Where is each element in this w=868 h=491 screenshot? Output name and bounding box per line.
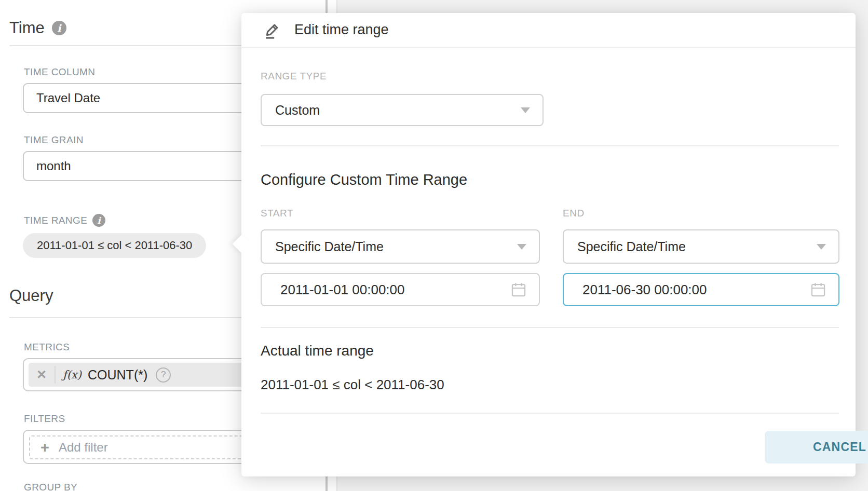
time-range-value: 2011-01-01 ≤ col < 2011-06-30	[37, 239, 192, 252]
time-range-label: TIME RANGE i	[24, 214, 105, 227]
time-grain-value: month	[36, 159, 71, 173]
time-range-label-text: TIME RANGE	[24, 215, 87, 226]
range-type-value: Custom	[275, 103, 320, 118]
range-type-label: RANGE TYPE	[261, 71, 327, 82]
time-range-pill[interactable]: 2011-01-01 ≤ col < 2011-06-30	[23, 233, 206, 258]
actual-time-range-heading: Actual time range	[261, 343, 374, 359]
metric-name: COUNT(*)	[88, 367, 147, 383]
modal-divider	[261, 327, 839, 328]
add-filter-label: Add filter	[59, 440, 108, 455]
modal-divider	[261, 145, 839, 146]
time-section-title: Time i	[9, 19, 66, 37]
metrics-label: METRICS	[24, 342, 70, 353]
start-mode-value: Specific Date/Time	[275, 239, 384, 254]
chevron-down-icon	[521, 107, 530, 113]
end-date-input[interactable]	[563, 273, 839, 306]
explore-page: Time i TIME COLUMN Travel Date TIME GRAI…	[0, 0, 868, 491]
end-label: END	[563, 208, 585, 219]
info-icon[interactable]: i	[92, 214, 105, 227]
edit-pencil-icon	[261, 19, 283, 41]
calendar-icon[interactable]	[809, 281, 827, 298]
info-icon[interactable]: i	[52, 21, 66, 35]
remove-metric-icon[interactable]: ✕	[29, 367, 55, 382]
start-mode-select[interactable]: Specific Date/Time	[261, 229, 540, 264]
time-section-label: Time	[9, 19, 45, 37]
cancel-button[interactable]: CANCEL	[765, 431, 868, 463]
popover-header: Edit time range	[241, 13, 856, 48]
group-by-label: GROUP BY	[24, 482, 77, 491]
end-mode-select[interactable]: Specific Date/Time	[563, 229, 839, 264]
metric-pill-divider	[55, 366, 56, 384]
question-mark-icon[interactable]: ?	[156, 367, 171, 383]
chevron-down-icon	[517, 244, 526, 250]
range-type-select[interactable]: Custom	[261, 94, 544, 126]
chevron-down-icon	[817, 244, 826, 250]
query-section-label: Query	[9, 287, 53, 305]
time-column-label: TIME COLUMN	[24, 66, 95, 78]
start-label: START	[261, 208, 293, 219]
function-icon: ƒ(x)	[63, 369, 82, 381]
filters-label: FILTERS	[24, 413, 65, 425]
popover-title: Edit time range	[294, 22, 389, 38]
configure-heading: Configure Custom Time Range	[261, 171, 467, 188]
calendar-icon[interactable]	[510, 281, 527, 298]
end-mode-value: Specific Date/Time	[577, 239, 686, 254]
time-column-value: Travel Date	[36, 91, 100, 105]
start-date-input[interactable]	[261, 273, 540, 306]
modal-divider	[261, 413, 839, 414]
plus-icon: +	[40, 439, 49, 456]
actual-time-range-value: 2011-01-01 ≤ col < 2011-06-30	[261, 377, 444, 393]
time-grain-label: TIME GRAIN	[24, 134, 84, 146]
query-section-title: Query	[9, 287, 53, 305]
edit-time-range-popover: Edit time range RANGE TYPE Custom Config…	[241, 13, 856, 476]
